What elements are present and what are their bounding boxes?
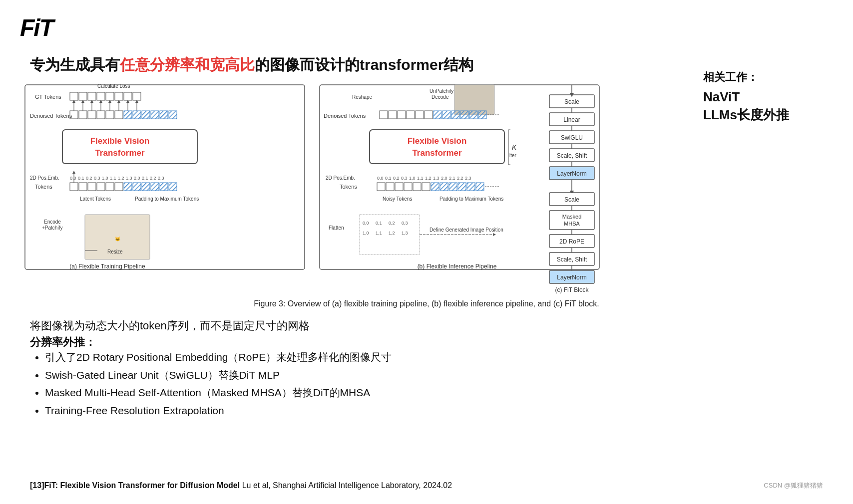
svg-text:1,1: 1,1 xyxy=(417,176,424,181)
svg-text:0,1: 0,1 xyxy=(385,176,392,181)
svg-text:1,3: 1,3 xyxy=(126,176,132,181)
svg-rect-112 xyxy=(377,183,385,191)
related-work-panel: 相关工作： NaViT LLMs长度外推 xyxy=(703,70,823,124)
title-suffix: 的图像而设计的transformer结构 xyxy=(255,56,473,73)
svg-rect-5 xyxy=(97,92,105,100)
svg-text:2,2: 2,2 xyxy=(150,176,156,181)
bullet-1: 引入了2D Rotary Positional Embedding（RoPE）来… xyxy=(45,348,392,366)
svg-text:1,1: 1,1 xyxy=(376,231,382,236)
svg-text:Calculate Loss: Calculate Loss xyxy=(97,83,130,89)
svg-rect-74 xyxy=(454,85,494,115)
svg-text:2,2: 2,2 xyxy=(457,176,463,181)
svg-text:2D Pos.Emb.: 2D Pos.Emb. xyxy=(326,175,355,181)
svg-text:1,2: 1,2 xyxy=(425,176,431,181)
svg-text:GT Tokens: GT Tokens xyxy=(35,94,61,100)
svg-rect-115 xyxy=(404,183,412,191)
svg-text:0,3: 0,3 xyxy=(94,176,100,181)
svg-text:Flexible Vision: Flexible Vision xyxy=(408,136,467,146)
svg-rect-86 xyxy=(460,111,468,119)
svg-text:Linear: Linear xyxy=(563,116,580,123)
reference-bold: [13]FiT: Flexible Vision Transformer for… xyxy=(30,481,240,490)
svg-text:0,2: 0,2 xyxy=(86,176,92,181)
svg-rect-52 xyxy=(97,183,105,191)
svg-rect-32 xyxy=(62,130,197,164)
svg-rect-25 xyxy=(115,111,123,119)
svg-rect-79 xyxy=(398,111,406,119)
svg-rect-114 xyxy=(395,183,403,191)
svg-rect-30 xyxy=(160,111,168,119)
svg-text:Encode: Encode xyxy=(44,219,61,225)
svg-text:1,2: 1,2 xyxy=(118,176,124,181)
svg-rect-49 xyxy=(70,183,78,191)
svg-rect-118 xyxy=(431,183,439,191)
svg-rect-88 xyxy=(478,111,486,119)
svg-text:Scale: Scale xyxy=(564,98,579,105)
svg-rect-8 xyxy=(124,92,132,100)
svg-rect-27 xyxy=(133,111,141,119)
svg-rect-80 xyxy=(407,111,415,119)
svg-text:Decode: Decode xyxy=(431,94,449,100)
body-line1: 将图像视为动态大小的token序列，而不是固定尺寸的网格 xyxy=(30,317,310,334)
svg-text:Flexible Vision: Flexible Vision xyxy=(90,136,150,146)
svg-rect-116 xyxy=(413,183,421,191)
svg-text:Noisy Tokens: Noisy Tokens xyxy=(383,196,412,202)
svg-text:Scale: Scale xyxy=(564,196,579,203)
svg-text:MHSA: MHSA xyxy=(564,221,580,227)
svg-text:🐱: 🐱 xyxy=(115,236,121,242)
svg-text:0,0: 0,0 xyxy=(377,176,384,181)
bullet-4: Training-Free Resolution Extrapolation xyxy=(45,402,392,420)
reference-normal: Lu et al, Shanghai Artificial Intelligen… xyxy=(240,481,452,490)
main-diagram: GT Tokens Calculate Loss Denoised Tokens… xyxy=(20,80,609,299)
svg-text:LayerNorm: LayerNorm xyxy=(557,170,586,177)
svg-rect-54 xyxy=(115,183,123,191)
svg-text:Denoised Tokens: Denoised Tokens xyxy=(324,113,366,119)
svg-rect-82 xyxy=(425,111,432,119)
svg-text:0,1: 0,1 xyxy=(78,176,84,181)
svg-rect-57 xyxy=(142,183,150,191)
svg-text:Scale, Shift: Scale, Shift xyxy=(557,152,587,159)
svg-text:2D Pos.Emb.: 2D Pos.Emb. xyxy=(30,175,59,181)
svg-text:2,3: 2,3 xyxy=(465,176,471,181)
svg-text:Tokens: Tokens xyxy=(35,184,52,190)
svg-text:2D RoPE: 2D RoPE xyxy=(559,238,584,245)
svg-rect-24 xyxy=(106,111,114,119)
body-text: 将图像视为动态大小的token序列，而不是固定尺寸的网格 分辨率外推： xyxy=(30,317,310,350)
svg-text:iter: iter xyxy=(509,153,517,158)
svg-text:Latent Tokens: Latent Tokens xyxy=(80,196,111,202)
svg-rect-6 xyxy=(106,92,114,100)
related-work-llms: LLMs长度外推 xyxy=(703,106,823,124)
svg-text:UnPatchify+: UnPatchify+ xyxy=(429,88,456,94)
svg-rect-122 xyxy=(467,183,475,191)
related-work-title: 相关工作： xyxy=(703,70,823,85)
svg-text:1,3: 1,3 xyxy=(402,231,408,236)
svg-text:Scale, Shift: Scale, Shift xyxy=(557,256,587,263)
svg-rect-22 xyxy=(88,111,96,119)
svg-rect-119 xyxy=(440,183,448,191)
svg-text:Transformer: Transformer xyxy=(95,148,145,158)
svg-text:Define Generated Image Positio: Define Generated Image Position xyxy=(429,227,503,233)
svg-text:2,3: 2,3 xyxy=(158,176,164,181)
reference: [13]FiT: Flexible Vision Transformer for… xyxy=(30,481,452,490)
svg-text:2,0: 2,0 xyxy=(441,176,447,181)
svg-text:1,1: 1,1 xyxy=(110,176,116,181)
svg-rect-31 xyxy=(169,111,177,119)
svg-text:Reshape: Reshape xyxy=(352,94,372,100)
svg-text:1,0: 1,0 xyxy=(363,231,369,236)
svg-rect-9 xyxy=(133,92,141,100)
svg-text:2,0: 2,0 xyxy=(134,176,140,181)
svg-rect-123 xyxy=(476,183,484,191)
svg-text:Padding to Maximum Tokens: Padding to Maximum Tokens xyxy=(439,196,503,202)
svg-rect-60 xyxy=(169,183,177,191)
svg-rect-28 xyxy=(142,111,150,119)
svg-text:0,2: 0,2 xyxy=(389,221,395,226)
svg-rect-87 xyxy=(469,111,477,119)
svg-rect-26 xyxy=(124,111,132,119)
svg-rect-21 xyxy=(79,111,87,119)
svg-text:(a) Flexible Training Pipeline: (a) Flexible Training Pipeline xyxy=(69,263,145,270)
svg-rect-23 xyxy=(97,111,105,119)
bullet-3: Masked Multi-Head Self-Attention（Masked … xyxy=(45,384,392,402)
svg-text:Tokens: Tokens xyxy=(340,184,357,190)
figure-caption: Figure 3: Overview of (a) flexible train… xyxy=(30,299,823,308)
svg-text:Masked: Masked xyxy=(562,214,582,220)
svg-text:1,0: 1,0 xyxy=(409,176,416,181)
